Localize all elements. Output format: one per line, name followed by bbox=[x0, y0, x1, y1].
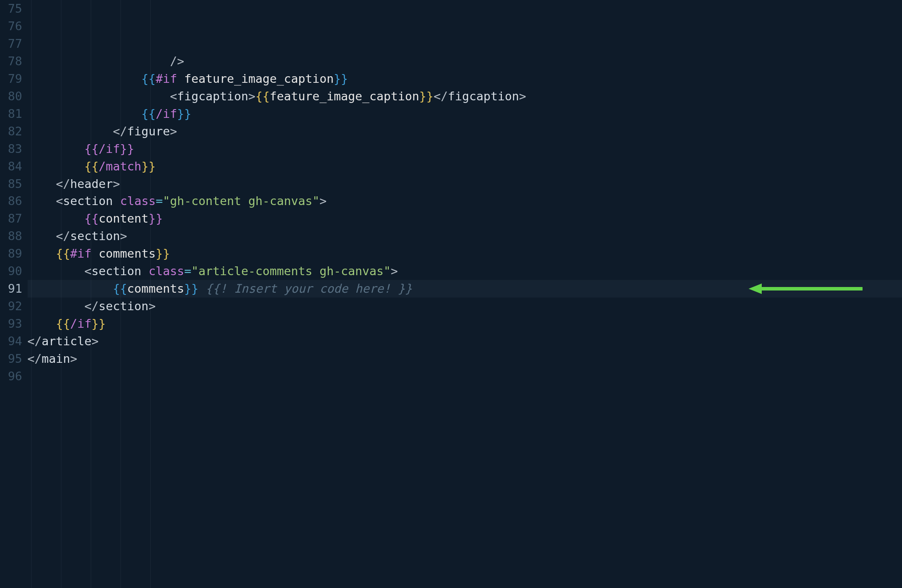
token-angle: > bbox=[149, 299, 156, 313]
line-number: 86 bbox=[8, 192, 22, 210]
token-tag: section bbox=[63, 194, 113, 208]
line-number: 89 bbox=[8, 245, 22, 262]
code-editor: 7576777879808182838485868788899091929394… bbox=[0, 0, 902, 588]
code-line[interactable]: {{#if comments}} bbox=[28, 245, 902, 262]
token-br-blue: {{ bbox=[142, 72, 156, 85]
token-str: "gh-content gh-canvas" bbox=[163, 194, 320, 208]
code-line[interactable]: <section class="gh-content gh-canvas"> bbox=[28, 192, 902, 210]
token-br-purple: }} bbox=[120, 142, 135, 156]
token-br-yellow: {{ bbox=[85, 159, 99, 173]
token-angle: /> bbox=[170, 54, 185, 68]
code-line[interactable]: </main> bbox=[28, 350, 902, 368]
line-number-gutter: 7576777879808182838485868788899091929394… bbox=[0, 0, 28, 588]
token-tag: figcaption bbox=[448, 89, 519, 103]
token-angle: > bbox=[391, 264, 398, 278]
code-line[interactable]: </figure> bbox=[28, 123, 902, 140]
code-line[interactable]: {{content}} bbox=[28, 210, 902, 227]
token-br-purple: {{ bbox=[85, 212, 99, 225]
line-number: 81 bbox=[8, 105, 22, 123]
token-kw-hbs: /if bbox=[99, 142, 120, 156]
token-ident: comments bbox=[127, 282, 184, 295]
line-number: 77 bbox=[8, 35, 22, 53]
token-angle: < bbox=[85, 264, 92, 278]
token-comment: {{! Insert your code here! }} bbox=[206, 282, 412, 295]
line-number: 82 bbox=[8, 123, 22, 140]
token-str: "article-comments gh-canvas" bbox=[191, 264, 391, 278]
token-br-blue: }} bbox=[184, 282, 199, 295]
token-br-blue: {{ bbox=[113, 282, 128, 295]
code-line[interactable]: </header> bbox=[28, 175, 902, 193]
token-br-yellow: {{ bbox=[256, 89, 270, 103]
token-angle: </ bbox=[433, 89, 448, 103]
token-br-purple: {{ bbox=[85, 142, 99, 156]
token-br-yellow: {{ bbox=[56, 317, 71, 330]
token-angle: </ bbox=[113, 124, 128, 138]
token-angle: </ bbox=[56, 229, 71, 243]
code-line[interactable]: <figcaption>{{feature_image_caption}}</f… bbox=[28, 88, 902, 105]
token-ident bbox=[199, 282, 206, 295]
token-br-yellow: }} bbox=[156, 247, 170, 260]
code-line[interactable]: {{/if}} bbox=[28, 105, 902, 123]
token-br-blue: }} bbox=[334, 72, 348, 85]
token-angle: > bbox=[519, 89, 526, 103]
token-br-yellow: }} bbox=[419, 89, 434, 103]
token-attr: class bbox=[149, 264, 184, 278]
line-number: 80 bbox=[8, 88, 22, 105]
token-br-blue: }} bbox=[177, 107, 192, 120]
token-kw-hbs: /if bbox=[70, 317, 92, 330]
code-line[interactable]: /> bbox=[28, 53, 902, 70]
token-angle: > bbox=[170, 124, 177, 138]
svg-marker-1 bbox=[749, 283, 762, 294]
token-angle: > bbox=[113, 177, 120, 191]
token-angle: > bbox=[70, 352, 77, 365]
code-line[interactable]: {{comments}} {{! Insert your code here! … bbox=[28, 280, 902, 298]
code-line[interactable]: {{#if feature_image_caption}} bbox=[28, 70, 902, 88]
token-angle: > bbox=[120, 229, 127, 243]
token-tag: section bbox=[70, 229, 120, 243]
code-line[interactable]: {{/if}} bbox=[28, 140, 902, 158]
token-br-yellow: }} bbox=[142, 159, 156, 173]
token-kw-hbs: /match bbox=[99, 159, 142, 173]
line-number: 83 bbox=[8, 140, 22, 158]
token-ident bbox=[113, 194, 120, 208]
code-line[interactable]: {{/match}} bbox=[28, 158, 902, 175]
token-br-yellow: }} bbox=[92, 317, 106, 330]
code-area[interactable]: /> {{#if feature_image_caption}} <figcap… bbox=[28, 0, 902, 588]
token-angle: </ bbox=[85, 299, 99, 313]
line-number: 85 bbox=[8, 175, 22, 193]
code-line[interactable]: </section> bbox=[28, 298, 902, 315]
code-line[interactable]: </section> bbox=[28, 227, 902, 245]
token-angle: </ bbox=[56, 177, 71, 191]
token-angle: </ bbox=[28, 352, 42, 365]
token-kw-hbs: #if bbox=[156, 72, 177, 85]
code-line[interactable]: {{/if}} bbox=[28, 315, 902, 333]
line-number: 78 bbox=[8, 53, 22, 70]
token-tag: header bbox=[70, 177, 113, 191]
line-number: 76 bbox=[8, 18, 22, 35]
token-ident: content bbox=[99, 212, 149, 225]
line-number: 93 bbox=[8, 315, 22, 333]
token-ident: comments bbox=[92, 247, 156, 260]
token-ident: feature_image_caption bbox=[270, 89, 419, 103]
token-angle: > bbox=[248, 89, 255, 103]
line-number: 79 bbox=[8, 70, 22, 88]
line-number: 90 bbox=[8, 262, 22, 280]
line-number: 94 bbox=[8, 333, 22, 350]
token-tag: article bbox=[42, 334, 92, 348]
token-angle: < bbox=[56, 194, 63, 208]
line-number: 87 bbox=[8, 210, 22, 227]
token-angle: > bbox=[92, 334, 99, 348]
token-angle: </ bbox=[28, 334, 42, 348]
line-number: 84 bbox=[8, 158, 22, 175]
token-angle: > bbox=[320, 194, 327, 208]
code-line[interactable]: </article> bbox=[28, 333, 902, 350]
token-eq: = bbox=[184, 264, 191, 278]
line-number: 95 bbox=[8, 350, 22, 368]
token-br-purple: }} bbox=[149, 212, 163, 225]
token-br-yellow: {{ bbox=[56, 247, 71, 260]
token-br-blue: {{ bbox=[142, 107, 156, 120]
annotation-arrow-icon bbox=[749, 282, 863, 295]
token-tag: figure bbox=[127, 124, 170, 138]
token-eq: = bbox=[156, 194, 163, 208]
code-line[interactable]: <section class="article-comments gh-canv… bbox=[28, 262, 902, 280]
